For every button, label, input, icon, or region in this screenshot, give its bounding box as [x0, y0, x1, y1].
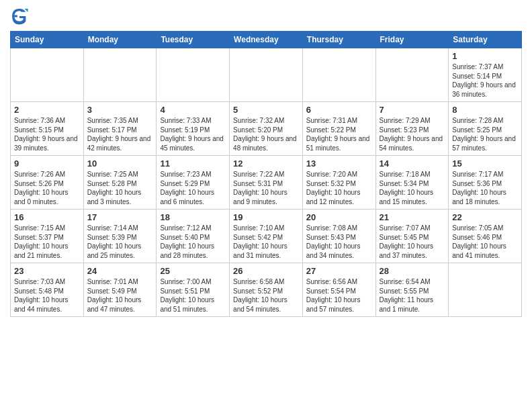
day-number: 22 — [452, 212, 518, 222]
page: SundayMondayTuesdayWednesdayThursdayFrid… — [0, 0, 532, 327]
day-info: Sunrise: 7:03 AM Sunset: 5:48 PM Dayligh… — [14, 277, 80, 314]
calendar-cell: 19Sunrise: 7:10 AM Sunset: 5:42 PM Dayli… — [230, 210, 303, 263]
day-info: Sunrise: 7:22 AM Sunset: 5:31 PM Dayligh… — [233, 170, 299, 206]
calendar-cell: 16Sunrise: 7:15 AM Sunset: 5:37 PM Dayli… — [11, 210, 84, 263]
day-number: 20 — [306, 212, 372, 222]
calendar-cell — [230, 48, 303, 102]
calendar-cell — [302, 48, 375, 102]
day-number: 14 — [380, 158, 445, 169]
day-number: 5 — [233, 105, 299, 115]
calendar-cell — [83, 48, 157, 102]
day-info: Sunrise: 7:29 AM Sunset: 5:23 PM Dayligh… — [380, 116, 445, 152]
day-number: 24 — [87, 266, 153, 276]
day-info: Sunrise: 7:17 AM Sunset: 5:36 PM Dayligh… — [452, 170, 518, 206]
logo — [10, 7, 32, 26]
day-info: Sunrise: 7:14 AM Sunset: 5:39 PM Dayligh… — [87, 224, 153, 260]
calendar-cell: 7Sunrise: 7:29 AM Sunset: 5:23 PM Daylig… — [375, 102, 449, 156]
day-info: Sunrise: 7:00 AM Sunset: 5:51 PM Dayligh… — [160, 277, 226, 314]
day-number: 6 — [306, 105, 372, 115]
calendar-cell: 5Sunrise: 7:32 AM Sunset: 5:20 PM Daylig… — [230, 102, 303, 156]
day-info: Sunrise: 6:54 AM Sunset: 5:55 PM Dayligh… — [380, 277, 445, 314]
col-header-wednesday: Wednesday — [230, 32, 303, 48]
calendar-cell: 6Sunrise: 7:31 AM Sunset: 5:22 PM Daylig… — [302, 102, 375, 156]
calendar-cell: 18Sunrise: 7:12 AM Sunset: 5:40 PM Dayli… — [157, 210, 230, 263]
logo-icon — [10, 7, 29, 26]
calendar-cell: 26Sunrise: 6:58 AM Sunset: 5:52 PM Dayli… — [230, 263, 303, 317]
day-info: Sunrise: 7:33 AM Sunset: 5:19 PM Dayligh… — [160, 116, 226, 152]
day-info: Sunrise: 7:23 AM Sunset: 5:29 PM Dayligh… — [160, 170, 226, 206]
day-info: Sunrise: 7:32 AM Sunset: 5:20 PM Dayligh… — [233, 116, 299, 152]
calendar-cell: 10Sunrise: 7:25 AM Sunset: 5:28 PM Dayli… — [83, 156, 157, 210]
col-header-tuesday: Tuesday — [157, 32, 230, 48]
day-info: Sunrise: 7:37 AM Sunset: 5:14 PM Dayligh… — [452, 62, 518, 99]
calendar-table: SundayMondayTuesdayWednesdayThursdayFrid… — [10, 31, 522, 317]
header — [10, 7, 522, 26]
day-number: 27 — [306, 266, 372, 276]
calendar-cell: 14Sunrise: 7:18 AM Sunset: 5:34 PM Dayli… — [375, 156, 449, 210]
day-number: 15 — [452, 158, 518, 169]
day-number: 9 — [14, 158, 80, 169]
day-number: 12 — [233, 158, 299, 169]
day-info: Sunrise: 7:07 AM Sunset: 5:45 PM Dayligh… — [380, 224, 445, 260]
day-number: 23 — [14, 266, 80, 276]
day-info: Sunrise: 7:28 AM Sunset: 5:25 PM Dayligh… — [452, 116, 518, 152]
day-number: 17 — [87, 212, 153, 222]
day-number: 16 — [14, 212, 80, 222]
calendar-cell — [157, 48, 230, 102]
calendar-cell: 20Sunrise: 7:08 AM Sunset: 5:43 PM Dayli… — [302, 210, 375, 263]
day-number: 18 — [160, 212, 226, 222]
day-info: Sunrise: 6:58 AM Sunset: 5:52 PM Dayligh… — [233, 277, 299, 314]
calendar-cell: 28Sunrise: 6:54 AM Sunset: 5:55 PM Dayli… — [375, 263, 449, 317]
day-info: Sunrise: 7:05 AM Sunset: 5:46 PM Dayligh… — [452, 224, 518, 260]
calendar-cell: 23Sunrise: 7:03 AM Sunset: 5:48 PM Dayli… — [11, 263, 84, 317]
calendar-cell: 8Sunrise: 7:28 AM Sunset: 5:25 PM Daylig… — [449, 102, 522, 156]
calendar-week-2: 2Sunrise: 7:36 AM Sunset: 5:15 PM Daylig… — [11, 102, 522, 156]
day-number: 26 — [233, 266, 299, 276]
calendar-week-5: 23Sunrise: 7:03 AM Sunset: 5:48 PM Dayli… — [11, 263, 522, 317]
day-number: 13 — [306, 158, 372, 169]
calendar-week-3: 9Sunrise: 7:26 AM Sunset: 5:26 PM Daylig… — [11, 156, 522, 210]
col-header-thursday: Thursday — [302, 32, 375, 48]
calendar-cell: 4Sunrise: 7:33 AM Sunset: 5:19 PM Daylig… — [157, 102, 230, 156]
day-number: 7 — [380, 105, 445, 115]
calendar-cell — [449, 263, 522, 317]
day-number: 2 — [14, 105, 80, 115]
calendar-cell — [11, 48, 84, 102]
day-number: 1 — [452, 51, 518, 61]
day-info: Sunrise: 7:01 AM Sunset: 5:49 PM Dayligh… — [87, 277, 153, 314]
day-info: Sunrise: 7:15 AM Sunset: 5:37 PM Dayligh… — [14, 224, 80, 260]
col-header-monday: Monday — [83, 32, 157, 48]
day-number: 8 — [452, 105, 518, 115]
day-info: Sunrise: 7:25 AM Sunset: 5:28 PM Dayligh… — [87, 170, 153, 206]
calendar-cell: 2Sunrise: 7:36 AM Sunset: 5:15 PM Daylig… — [11, 102, 84, 156]
calendar-cell: 25Sunrise: 7:00 AM Sunset: 5:51 PM Dayli… — [157, 263, 230, 317]
calendar-cell: 1Sunrise: 7:37 AM Sunset: 5:14 PM Daylig… — [449, 48, 522, 102]
calendar-cell: 24Sunrise: 7:01 AM Sunset: 5:49 PM Dayli… — [83, 263, 157, 317]
day-number: 4 — [160, 105, 226, 115]
day-number: 19 — [233, 212, 299, 222]
calendar-cell: 21Sunrise: 7:07 AM Sunset: 5:45 PM Dayli… — [375, 210, 449, 263]
day-info: Sunrise: 6:56 AM Sunset: 5:54 PM Dayligh… — [306, 277, 372, 314]
day-info: Sunrise: 7:31 AM Sunset: 5:22 PM Dayligh… — [306, 116, 372, 152]
calendar-week-4: 16Sunrise: 7:15 AM Sunset: 5:37 PM Dayli… — [11, 210, 522, 263]
day-info: Sunrise: 7:18 AM Sunset: 5:34 PM Dayligh… — [380, 170, 445, 206]
calendar-cell: 15Sunrise: 7:17 AM Sunset: 5:36 PM Dayli… — [449, 156, 522, 210]
day-info: Sunrise: 7:20 AM Sunset: 5:32 PM Dayligh… — [306, 170, 372, 206]
calendar-cell: 9Sunrise: 7:26 AM Sunset: 5:26 PM Daylig… — [11, 156, 84, 210]
day-number: 11 — [160, 158, 226, 169]
calendar-cell: 17Sunrise: 7:14 AM Sunset: 5:39 PM Dayli… — [83, 210, 157, 263]
calendar-cell: 13Sunrise: 7:20 AM Sunset: 5:32 PM Dayli… — [302, 156, 375, 210]
calendar-header-row: SundayMondayTuesdayWednesdayThursdayFrid… — [11, 32, 522, 48]
day-info: Sunrise: 7:08 AM Sunset: 5:43 PM Dayligh… — [306, 224, 372, 260]
day-number: 10 — [87, 158, 153, 169]
day-info: Sunrise: 7:35 AM Sunset: 5:17 PM Dayligh… — [87, 116, 153, 152]
calendar-cell: 11Sunrise: 7:23 AM Sunset: 5:29 PM Dayli… — [157, 156, 230, 210]
day-info: Sunrise: 7:10 AM Sunset: 5:42 PM Dayligh… — [233, 224, 299, 260]
col-header-sunday: Sunday — [11, 32, 84, 48]
day-number: 25 — [160, 266, 226, 276]
day-number: 21 — [380, 212, 445, 222]
col-header-friday: Friday — [375, 32, 449, 48]
calendar-cell — [375, 48, 449, 102]
calendar-cell: 22Sunrise: 7:05 AM Sunset: 5:46 PM Dayli… — [449, 210, 522, 263]
calendar-cell: 12Sunrise: 7:22 AM Sunset: 5:31 PM Dayli… — [230, 156, 303, 210]
